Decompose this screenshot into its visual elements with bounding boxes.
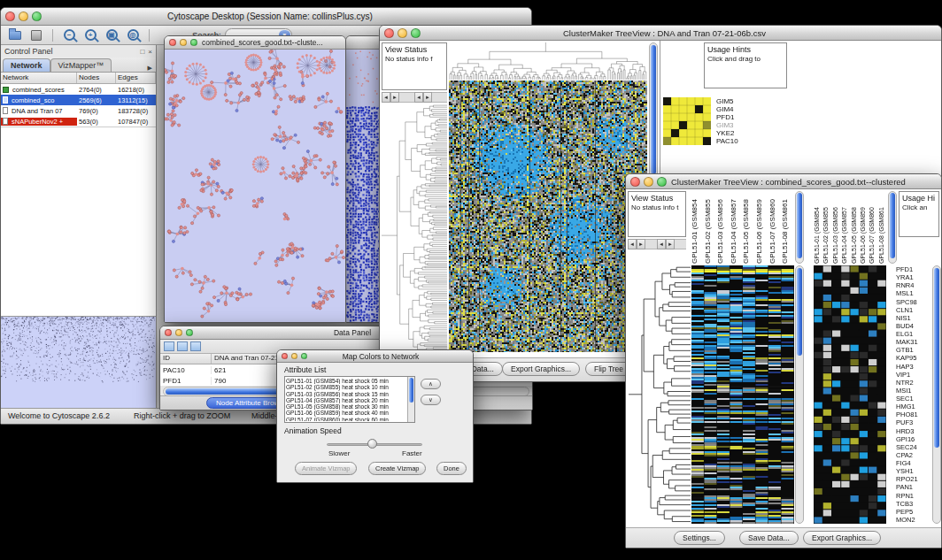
gene-label: SPC98 — [896, 298, 931, 306]
close-button[interactable] — [5, 12, 15, 21]
close-button[interactable] — [169, 39, 176, 46]
delete-attribute-icon[interactable] — [190, 341, 201, 351]
zoom-out-button[interactable]: − — [60, 27, 78, 43]
network-row[interactable]: DNA and Tran 07 769(0) 183728(0) — [1, 105, 156, 116]
attribute-item[interactable]: GPL51-06 (GSM859) heat shock 40 min — [286, 410, 406, 416]
scroll-left-icon[interactable]: ◄ — [628, 239, 637, 249]
animation-speed-slider[interactable] — [327, 439, 422, 449]
dialog-titlebar[interactable]: Map Colors to Network — [277, 350, 473, 363]
heatmap-canvas[interactable] — [691, 265, 794, 524]
scroll-right-icon[interactable]: ► — [390, 92, 399, 103]
save-data-button[interactable]: Save Data... — [739, 531, 799, 545]
maximize-button[interactable] — [411, 28, 421, 38]
array-dendrogram-canvas[interactable] — [449, 42, 647, 80]
attribute-item[interactable]: GPL51-03 (GSM856) heat shock 15 min — [286, 391, 406, 397]
maximize-button[interactable] — [32, 12, 42, 21]
column-header-network[interactable]: Network — [1, 73, 77, 83]
network-row-selected[interactable]: combined_sco 2569(6) 13112(15) — [1, 95, 156, 105]
slider-thumb[interactable] — [367, 439, 377, 449]
close-panel-icon[interactable]: × — [148, 48, 152, 56]
close-button[interactable] — [384, 28, 394, 38]
close-button[interactable] — [282, 353, 288, 359]
animate-vizmap-button[interactable]: Animate Vizmap — [295, 462, 357, 475]
create-vizmap-button[interactable]: Create Vizmap — [368, 462, 426, 475]
maximize-button[interactable] — [657, 177, 667, 187]
minimize-button[interactable] — [19, 12, 28, 21]
network-window-2-titlebar[interactable] — [346, 36, 382, 50]
scrollbar-thumb[interactable] — [651, 45, 656, 174]
select-attributes-icon[interactable] — [164, 341, 174, 351]
minimize-button[interactable] — [398, 28, 407, 38]
minimize-button[interactable] — [644, 177, 653, 187]
tab-overflow-icon[interactable]: ▶ — [146, 65, 154, 72]
minimize-button[interactable] — [175, 329, 182, 336]
maximize-button[interactable] — [190, 39, 197, 46]
zoom-in-button[interactable]: + — [81, 27, 99, 43]
attribute-list-scrollbar[interactable] — [407, 377, 414, 422]
network-overview-panel[interactable] — [1, 316, 156, 408]
close-button[interactable] — [630, 177, 640, 187]
move-down-button[interactable]: ∨ — [421, 395, 441, 405]
attribute-item[interactable]: GPL51-01 (GSM854) heat shock 05 min — [286, 378, 406, 384]
create-attribute-icon[interactable] — [177, 341, 188, 351]
minimize-button[interactable] — [180, 39, 187, 46]
labels-vscrollbar[interactable] — [795, 191, 804, 264]
float-panel-icon[interactable]: □ — [140, 48, 144, 56]
network-canvas-2[interactable] — [346, 50, 382, 322]
scrollbar-thumb[interactable] — [409, 378, 413, 403]
heatmap-canvas[interactable] — [449, 81, 647, 352]
scroll-left-icon[interactable]: ◄ — [414, 92, 423, 103]
maximize-button[interactable] — [186, 329, 193, 336]
column-header-edges[interactable]: Edges — [116, 73, 156, 83]
network-overview-canvas[interactable] — [1, 317, 155, 407]
network-window-titlebar[interactable]: combined_scores_good.txt--cluste... — [165, 36, 345, 50]
settings-button[interactable]: Settings... — [674, 531, 725, 545]
attribute-item[interactable]: GPL51-04 (GSM857) heat shock 20 min — [286, 397, 406, 403]
open-session-button[interactable] — [6, 27, 24, 43]
save-session-button[interactable] — [27, 27, 45, 43]
scroll-left-icon[interactable]: ◄ — [382, 92, 390, 103]
treeview-combined-titlebar[interactable]: ClusterMaker TreeView : combined_scores_… — [626, 174, 941, 189]
attribute-item[interactable]: GPL51-07 (GSM860) heat shock 60 min — [286, 417, 406, 421]
correlation-matrix-canvas[interactable] — [663, 97, 711, 145]
status-scrollbars[interactable]: ◄►◄► — [382, 92, 447, 103]
tab-vizmapper[interactable]: VizMapper™ — [50, 58, 112, 72]
export-graphics-button[interactable]: Export Graphics... — [502, 362, 580, 376]
treeview-dna-titlebar[interactable]: ClusterMaker TreeView : DNA and Tran 07-… — [380, 26, 941, 41]
network-row[interactable]: combined_scores 2764(0) 16218(0) — [1, 84, 156, 95]
move-up-button[interactable]: ∧ — [421, 379, 441, 389]
attribute-item[interactable]: GPL51-02 (GSM855) heat shock 10 min — [286, 384, 406, 390]
attribute-list[interactable]: GPL51-01 (GSM854) heat shock 05 minGPL51… — [284, 376, 415, 423]
zoom-labels-vscrollbar[interactable] — [888, 191, 897, 264]
tab-network[interactable]: Network — [3, 58, 50, 72]
gene-dendrogram-canvas[interactable] — [629, 265, 691, 524]
scrollbar-thumb[interactable] — [890, 193, 895, 258]
zoom-fit-button[interactable]: ▣ — [103, 27, 120, 43]
done-button[interactable]: Done — [436, 462, 467, 475]
array-label: GPL51-08 (GSM861 — [878, 191, 887, 264]
heatmap-vscrollbar[interactable] — [795, 265, 804, 524]
maximize-button[interactable] — [301, 353, 307, 359]
attribute-item[interactable]: GPL51-05 (GSM858) heat shock 30 min — [286, 403, 406, 410]
close-button[interactable] — [165, 329, 172, 336]
scrollbar-thumb[interactable] — [797, 268, 802, 356]
gene-dendrogram-canvas[interactable] — [382, 104, 447, 352]
gene-list-vscrollbar[interactable] — [932, 265, 941, 524]
column-header-id[interactable]: ID — [160, 354, 212, 364]
column-header-nodes[interactable]: Nodes — [77, 73, 116, 83]
network-canvas[interactable] — [165, 50, 345, 322]
scroll-right-icon[interactable]: ► — [423, 92, 432, 103]
zoom-heatmap-canvas[interactable] — [814, 265, 886, 524]
scroll-right-icon[interactable]: ► — [666, 239, 675, 249]
dialog-title: Map Colors to Network — [312, 352, 473, 361]
scrollbar-thumb[interactable] — [934, 268, 939, 448]
status-scrollbars[interactable]: ◄►◄► — [628, 239, 686, 249]
zoom-selected-button[interactable]: ◎ — [124, 27, 142, 43]
minimize-button[interactable] — [291, 353, 297, 359]
scroll-right-icon[interactable]: ► — [637, 239, 645, 249]
export-graphics-button[interactable]: Export Graphics... — [803, 531, 881, 545]
scrollbar-thumb[interactable] — [797, 193, 802, 258]
scroll-left-icon[interactable]: ◄ — [657, 239, 666, 249]
network-row-destroyed[interactable]: sNAPuberNov2 + 563(0) 107847(0) — [1, 116, 156, 127]
main-window-titlebar[interactable]: Cytoscape Desktop (Session Name: collins… — [1, 8, 531, 26]
